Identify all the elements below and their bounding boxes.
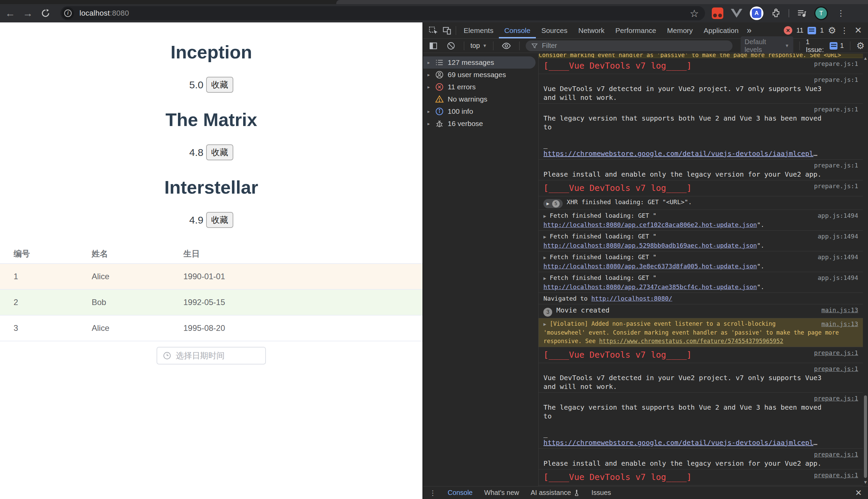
source-link[interactable]: app.js:1494 <box>818 211 858 220</box>
console-sidebar-toggle-icon[interactable] <box>426 39 440 53</box>
source-link[interactable]: prepare.js:1 <box>814 365 858 372</box>
movie-rating-row: 4.8收藏 <box>0 144 422 160</box>
vue-devtools-extension-icon[interactable] <box>731 9 742 18</box>
context-selector[interactable]: top▼ <box>470 42 487 50</box>
issues-chip-icon[interactable] <box>808 27 816 34</box>
console-link[interactable]: http://localhost:8080/app.cef102c8aca806… <box>543 221 757 228</box>
console-link[interactable]: http://localhost:8080/app.5298bb0adb169a… <box>543 242 757 249</box>
source-link[interactable]: prepare.js:1 <box>814 162 858 169</box>
scrollbar-thumb[interactable] <box>864 395 867 478</box>
playlist-icon[interactable] <box>797 8 807 19</box>
expand-icon[interactable]: ▶ <box>543 253 546 262</box>
table-row[interactable]: 1Alice1990-01-01 <box>0 264 422 289</box>
console-link[interactable]: http://localhost:8080/app.27347cae385bcf… <box>543 283 757 290</box>
browser-tab[interactable] <box>336 0 868 4</box>
source-link[interactable]: prepare.js:1 <box>814 182 858 191</box>
source-link[interactable]: prepare.js:1 <box>814 106 858 113</box>
source-link[interactable]: prepare.js:1 <box>814 76 858 83</box>
console-message-text: ▶5XHR finished loading: GET "<URL>". <box>543 198 858 208</box>
repeat-count-badge: 5 <box>552 200 560 208</box>
console-settings-icon[interactable]: ⚙ <box>856 40 865 51</box>
expand-triangle-icon[interactable]: ▸ <box>426 60 431 65</box>
profile-avatar[interactable]: T <box>814 7 828 20</box>
console-link[interactable]: https://chromewebstore.google.com/detail… <box>543 439 813 447</box>
log-levels-dropdown[interactable]: Default levels▼ <box>741 36 793 56</box>
sidebar-filter-warning[interactable]: No warnings <box>423 93 535 105</box>
more-tabs-icon[interactable]: » <box>744 25 754 36</box>
table-row[interactable]: 3Alice1995-08-20 <box>0 315 422 341</box>
drawer-tab-console[interactable]: Console <box>448 489 472 497</box>
group-expand-pill[interactable]: ▶5 <box>543 199 562 208</box>
tab-application[interactable]: Application <box>698 22 744 38</box>
expand-triangle-icon[interactable]: ▸ <box>426 121 431 126</box>
tab-sources[interactable]: Sources <box>536 22 573 38</box>
expand-triangle-icon[interactable]: ▸ <box>426 109 431 114</box>
drawer-close-icon[interactable]: ✕ <box>855 488 862 498</box>
devtools-menu-icon[interactable]: ⋮ <box>840 26 848 35</box>
expand-icon[interactable]: ▶ <box>543 233 546 241</box>
extensions-puzzle-icon[interactable] <box>771 8 781 19</box>
scroll-down-icon[interactable]: ▼ <box>863 480 868 485</box>
expand-icon[interactable]: ▶ <box>543 274 546 283</box>
devtools-close-icon[interactable]: ✕ <box>852 25 864 36</box>
translate-extension-icon[interactable]: A <box>750 7 764 20</box>
sidebar-filter-info[interactable]: ▸100 info <box>423 105 535 118</box>
tab-performance[interactable]: Performance <box>610 22 661 38</box>
site-info-icon[interactable]: i <box>62 7 74 19</box>
devtools-settings-icon[interactable]: ⚙ <box>828 25 836 36</box>
clear-console-icon[interactable] <box>444 39 458 53</box>
issues-counter[interactable]: 1 Issue: 1 <box>806 38 844 54</box>
console-link[interactable]: https://chromewebstore.google.com/detail… <box>543 149 813 158</box>
scroll-up-icon[interactable]: ▲ <box>863 56 868 61</box>
source-link[interactable]: prepare.js:1 <box>814 471 858 480</box>
console-filter-input[interactable]: Filter <box>526 40 732 51</box>
console-link[interactable]: http://localhost:8080/app.3e8ec6373d8fa0… <box>543 263 757 270</box>
expand-triangle-icon[interactable]: ▸ <box>426 72 431 77</box>
error-count-icon[interactable]: ✕ <box>784 26 792 35</box>
expand-icon[interactable]: ▶ <box>543 320 546 328</box>
reload-icon[interactable] <box>38 6 53 21</box>
source-link[interactable]: app.js:1494 <box>818 232 858 241</box>
tab-memory[interactable]: Memory <box>661 22 698 38</box>
console-link[interactable]: https://www.chromestatus.com/feature/574… <box>599 338 783 344</box>
sidebar-filter-error[interactable]: ▸11 errors <box>423 81 535 93</box>
favorite-button[interactable]: 收藏 <box>206 77 233 93</box>
source-link[interactable]: main.js:13 <box>821 320 858 328</box>
source-link[interactable]: prepare.js:1 <box>814 349 858 357</box>
extension-red-icon[interactable] <box>712 8 723 19</box>
expand-icon[interactable]: ▶ <box>546 199 549 208</box>
address-bar[interactable]: i localhost:8080 ☆ <box>60 6 705 20</box>
back-icon[interactable]: ← <box>3 6 18 21</box>
source-link[interactable]: main.js:13 <box>821 306 858 315</box>
favorite-button[interactable]: 收藏 <box>206 144 233 160</box>
source-link[interactable]: app.js:1494 <box>818 253 858 261</box>
sidebar-filter-list[interactable]: ▸127 messages <box>423 57 535 69</box>
drawer-tab-what-s-new[interactable]: What's new <box>484 489 519 497</box>
sidebar-filter-verbose[interactable]: ▸16 verbose <box>423 118 535 130</box>
bookmark-star-icon[interactable]: ☆ <box>690 8 699 19</box>
source-link[interactable]: app.js:1494 <box>818 273 858 282</box>
tab-elements[interactable]: Elements <box>458 22 499 38</box>
inspect-element-icon[interactable] <box>426 24 440 37</box>
browser-menu-icon[interactable]: ⋮ <box>837 9 845 18</box>
source-link[interactable]: prepare.js:1 <box>814 59 858 68</box>
source-link[interactable]: prepare.js:1 <box>814 395 858 402</box>
sidebar-filter-user[interactable]: ▸69 user messages <box>423 69 535 81</box>
console-link[interactable]: http://localhost:8080/ <box>591 295 672 302</box>
drawer-tab-ai-assistance[interactable]: AI assistance <box>531 489 580 497</box>
console-message: app.js:1494▶Fetch finished loading: GET … <box>538 272 863 293</box>
expand-triangle-icon[interactable]: ▸ <box>426 84 431 90</box>
device-toolbar-icon[interactable] <box>440 24 454 37</box>
console-scrollbar[interactable]: ▲ ▼ <box>863 54 868 486</box>
tab-console[interactable]: Console <box>499 22 536 38</box>
drawer-menu-icon[interactable]: ⋮ <box>429 489 436 497</box>
forward-icon[interactable]: → <box>20 6 35 21</box>
table-row[interactable]: 2Bob1992-05-15 <box>0 289 422 315</box>
tab-network[interactable]: Network <box>573 22 610 38</box>
expand-icon[interactable]: ▶ <box>543 212 546 220</box>
drawer-tab-issues[interactable]: Issues <box>591 489 611 497</box>
datetime-picker-input[interactable]: 选择日期时间 <box>157 347 266 365</box>
live-expression-eye-icon[interactable] <box>499 39 513 53</box>
source-link[interactable]: prepare.js:1 <box>814 451 858 458</box>
favorite-button[interactable]: 收藏 <box>206 212 233 228</box>
